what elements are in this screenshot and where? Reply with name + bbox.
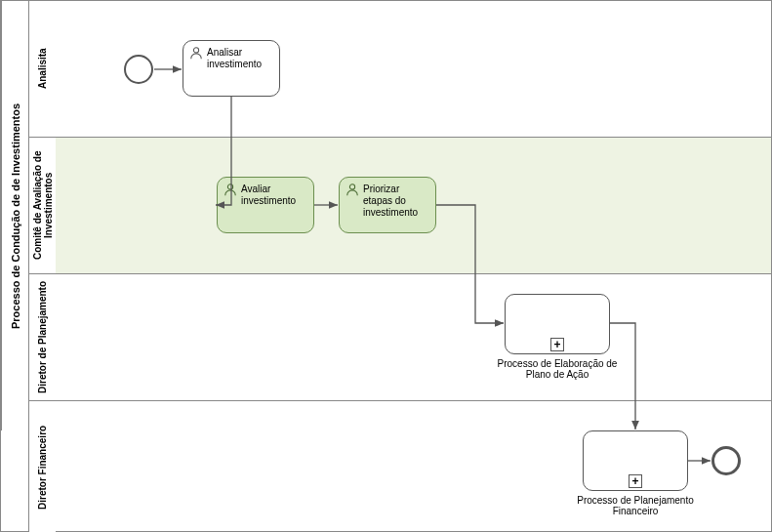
lane-comite: Comitê de Avaliação de Investimentos Ava… bbox=[28, 138, 771, 274]
task-priorizar-etapas: Priorizar etapas do investimento bbox=[339, 177, 436, 233]
lane-content: Analisar investimento bbox=[56, 1, 771, 137]
lane-content: + Processo de Planejamento Financeiro bbox=[56, 401, 771, 532]
svg-point-2 bbox=[349, 184, 354, 189]
task-label: Analisar investimento bbox=[207, 47, 273, 70]
subprocess-planejamento-financeiro: + bbox=[583, 430, 688, 491]
svg-point-1 bbox=[227, 184, 232, 189]
user-icon bbox=[223, 183, 237, 196]
lane-content: Avaliar investimento Priorizar etapas do… bbox=[56, 138, 771, 273]
svg-point-0 bbox=[193, 48, 198, 53]
pool-label: Processo de Condução de de Investimentos bbox=[1, 1, 28, 430]
expand-marker-icon: + bbox=[629, 474, 642, 488]
subprocess-plano-acao: + bbox=[505, 294, 610, 354]
end-event bbox=[711, 446, 741, 475]
user-icon bbox=[345, 183, 359, 196]
user-icon bbox=[189, 46, 203, 60]
subprocess-label-planejamento-financeiro: Processo de Planejamento Financeiro bbox=[567, 495, 704, 516]
bpmn-diagram: Processo de Condução de de Investimentos… bbox=[0, 0, 772, 532]
task-avaliar-investimento: Avaliar investimento bbox=[217, 177, 314, 233]
lane-analista: Analisita Analisar investimento bbox=[28, 1, 771, 138]
task-label: Avaliar investimento bbox=[241, 184, 307, 207]
expand-marker-icon: + bbox=[550, 338, 564, 351]
lane-label-diretor-planejamento: Diretor de Planejamento bbox=[28, 274, 56, 400]
lane-label-diretor-financeiro: Diretor Financeiro bbox=[28, 401, 56, 532]
lane-content: + Processo de Elaboração de Plano de Açã… bbox=[56, 274, 771, 400]
start-event bbox=[124, 55, 153, 84]
lane-label-analista: Analisita bbox=[28, 1, 56, 137]
task-analisar-investimento: Analisar investimento bbox=[183, 40, 280, 97]
task-label: Priorizar etapas do investimento bbox=[363, 184, 429, 219]
lane-label-comite: Comitê de Avaliação de Investimentos bbox=[28, 138, 56, 273]
lane-diretor-planejamento: Diretor de Planejamento + Processo de El… bbox=[28, 274, 771, 401]
lane-diretor-financeiro: Diretor Financeiro + Processo de Planeja… bbox=[28, 401, 771, 532]
subprocess-label-plano-acao: Processo de Elaboração de Plano de Ação bbox=[489, 358, 626, 380]
